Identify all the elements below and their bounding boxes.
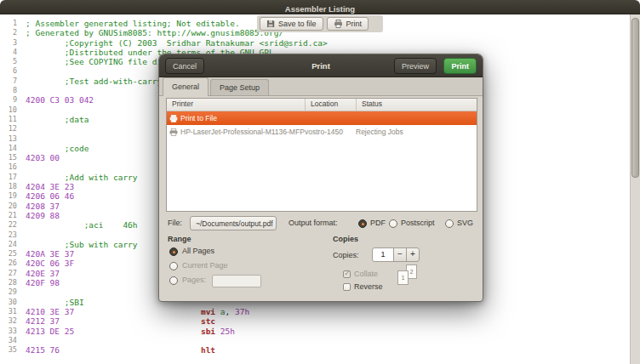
line-number: 9	[0, 95, 17, 105]
radio-current-page[interactable]	[169, 262, 178, 270]
radio-current-page-label: Current Page	[182, 261, 228, 270]
preview-button[interactable]: Preview	[394, 58, 437, 74]
line-number: 24	[0, 240, 17, 249]
print-dialog-header: Print Cancel Preview Print	[159, 54, 483, 77]
vertical-scrollbar[interactable]	[630, 14, 640, 364]
copies-label: Copies:	[333, 251, 359, 259]
copies-decrement-button[interactable]: −	[393, 247, 407, 262]
line-number: 28	[0, 278, 17, 287]
tab-page-setup[interactable]: Page Setup	[210, 79, 269, 95]
radio-all-pages[interactable]	[169, 247, 178, 256]
printer-list: Printer Location Status Print to FileHP-…	[166, 98, 477, 212]
line-number: 11	[0, 115, 17, 124]
printer-row-icon	[167, 115, 180, 122]
line-number: 22	[0, 220, 17, 230]
collate-label: Collate	[354, 270, 378, 278]
column-printer[interactable]: Printer	[167, 99, 305, 111]
assembler-listing-window: Assembler Listing 1; Assembler generated…	[0, 0, 640, 364]
radio-svg[interactable]	[445, 219, 454, 228]
range-section-title: Range	[168, 235, 191, 243]
radio-pdf-label: PDF	[370, 219, 386, 227]
line-number: 27	[0, 269, 17, 278]
line-number: 8	[0, 86, 17, 95]
code-line: 324212 37 stc	[0, 316, 630, 326]
column-status[interactable]: Status	[356, 99, 477, 111]
printer-location: vostro-1450	[305, 128, 356, 136]
file-button[interactable]: ~/Documents/output.pdf	[190, 216, 277, 230]
printer-name: Print to File	[180, 114, 305, 122]
column-location[interactable]: Location	[305, 99, 356, 111]
code-line: 334213 DE 25 sbi 25h	[0, 327, 630, 336]
radio-postscript-label: Postscript	[401, 219, 435, 227]
code-line: 34	[0, 336, 630, 345]
window-titlebar[interactable]: Assembler Listing	[0, 0, 640, 14]
collate-preview-page-1: 1	[397, 270, 409, 285]
file-label: File:	[168, 219, 182, 227]
line-number: 29	[0, 287, 17, 297]
line-number: 2	[0, 28, 17, 37]
save-button-label: Save to file	[278, 20, 317, 28]
pages-input[interactable]	[212, 275, 261, 287]
radio-postscript[interactable]	[389, 219, 397, 228]
line-number: 34	[0, 336, 17, 345]
code-line: 3 ;Copyright (C) 2003 Sridhar Ratnakumar…	[0, 38, 630, 48]
printer-list-header: Printer Location Status	[167, 99, 477, 111]
tab-general[interactable]: General	[163, 77, 209, 96]
copies-value[interactable]: 1	[372, 247, 394, 262]
window-title: Assembler Listing	[285, 4, 355, 14]
line-number: 31	[0, 307, 17, 316]
printer-name: HP-LaserJet-Professional-M1136-MFP	[180, 128, 305, 136]
scrollbar-thumb[interactable]	[631, 18, 639, 178]
line-number: 21	[0, 211, 17, 220]
printer-row-icon	[167, 128, 180, 136]
radio-pages-label: Pages:	[182, 276, 206, 284]
save-to-file-button[interactable]: Save to file	[260, 17, 323, 31]
toolbar: Save to file Print	[257, 15, 383, 32]
print-button[interactable]: Print	[327, 17, 369, 31]
print-dialog: Print Cancel Preview Print General Page …	[158, 54, 483, 302]
cancel-button[interactable]: Cancel	[165, 58, 204, 74]
line-number: 7	[0, 77, 17, 86]
printer-icon	[334, 20, 343, 28]
line-number: 12	[0, 124, 17, 134]
line-number: 25	[0, 249, 17, 259]
line-number: 4	[0, 48, 17, 57]
code-line: 354215 76 hlt	[0, 345, 630, 355]
line-number: 13	[0, 134, 17, 144]
line-number: 35	[0, 345, 17, 355]
radio-svg-label: SVG	[457, 219, 473, 227]
print-confirm-button[interactable]: Print	[443, 58, 477, 74]
output-format-label: Output format:	[289, 219, 338, 227]
radio-pdf[interactable]	[358, 219, 367, 228]
dialog-tabs: General Page Setup	[159, 77, 483, 96]
printer-rows: Print to FileHP-LaserJet-Professional-M1…	[167, 111, 477, 139]
printer-row[interactable]: HP-LaserJet-Professional-M1136-MFPvostro…	[167, 125, 477, 139]
line-number: 16	[0, 162, 17, 172]
line-number: 3	[0, 38, 17, 48]
line-number: 33	[0, 327, 17, 336]
line-number: 5	[0, 57, 17, 66]
line-number: 30	[0, 298, 17, 307]
line-number: 20	[0, 202, 17, 211]
line-number: 6	[0, 66, 17, 76]
copies-increment-button[interactable]: +	[406, 247, 420, 262]
line-number: 32	[0, 316, 17, 326]
printer-row[interactable]: Print to File	[167, 111, 477, 125]
line-number: 23	[0, 230, 17, 240]
collate-preview: 2 1	[397, 264, 421, 287]
line-number: 15	[0, 153, 17, 162]
collate-checkbox[interactable]	[343, 270, 351, 278]
reverse-label: Reverse	[354, 282, 383, 291]
radio-all-pages-label: All Pages	[182, 247, 214, 255]
line-number: 1	[0, 19, 17, 28]
line-number: 14	[0, 144, 17, 153]
reverse-checkbox[interactable]	[343, 283, 351, 291]
copies-section-title: Copies	[333, 235, 358, 243]
line-number: 10	[0, 105, 17, 115]
line-number: 19	[0, 191, 17, 201]
print-button-label: Print	[346, 20, 363, 28]
line-number: 26	[0, 259, 17, 268]
line-number: 17	[0, 173, 17, 182]
printer-status: Rejecting Jobs	[356, 128, 477, 136]
radio-pages[interactable]	[169, 276, 178, 285]
